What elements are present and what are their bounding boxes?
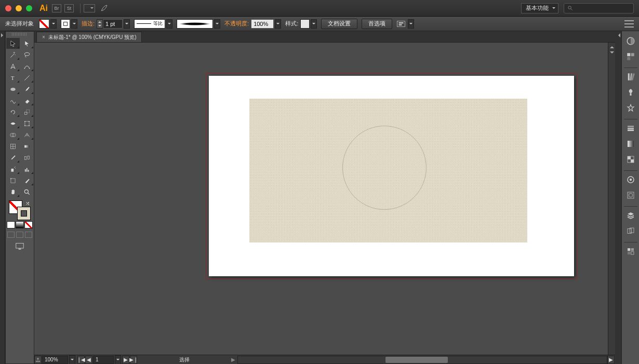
opacity-field[interactable]: 100% bbox=[251, 19, 274, 29]
bridge-chip[interactable]: Br bbox=[52, 4, 61, 12]
artboards-panel-icon[interactable] bbox=[624, 224, 637, 238]
direct-selection-tool[interactable] bbox=[20, 38, 34, 49]
status-disclosure-icon[interactable]: ▶ bbox=[231, 357, 235, 362]
libraries-panel-icon[interactable] bbox=[624, 245, 637, 258]
draw-normal[interactable] bbox=[7, 232, 15, 238]
document-tab[interactable]: × 未标题-1* @ 100% (CMYK/GPU 预览) bbox=[36, 32, 142, 42]
preferences-button[interactable]: 首选项 bbox=[362, 19, 392, 29]
line-tool[interactable] bbox=[20, 72, 34, 83]
ellipse-tool[interactable] bbox=[6, 84, 20, 95]
window-close-button[interactable] bbox=[5, 5, 11, 11]
screen-mode-button[interactable] bbox=[15, 242, 25, 250]
zoom-tool[interactable] bbox=[20, 186, 34, 197]
window-minimize-button[interactable] bbox=[16, 5, 22, 11]
canvas[interactable] bbox=[34, 43, 615, 355]
brush-definition-dropdown[interactable] bbox=[214, 19, 220, 29]
stroke-weight-field[interactable]: 1 pt bbox=[103, 19, 123, 29]
scrollbar-thumb[interactable] bbox=[385, 357, 448, 363]
free-transform-tool[interactable] bbox=[20, 118, 34, 129]
brush-definition[interactable] bbox=[177, 19, 213, 29]
draw-behind[interactable] bbox=[16, 232, 23, 238]
controlbar-menu-icon[interactable] bbox=[624, 20, 634, 28]
fill-color-swatch[interactable] bbox=[39, 19, 49, 29]
export-icon[interactable] bbox=[34, 356, 42, 364]
variable-width-dropdown[interactable] bbox=[166, 19, 172, 29]
color-guide-panel-icon[interactable] bbox=[624, 50, 637, 63]
stroke-color-swatch[interactable] bbox=[61, 19, 70, 29]
color-mode-gradient[interactable] bbox=[16, 221, 24, 228]
artboard-tool[interactable] bbox=[6, 175, 20, 186]
swap-fill-stroke-icon[interactable]: ⤭ bbox=[25, 200, 30, 206]
stroke-label[interactable]: 描边: bbox=[82, 20, 95, 28]
symbols-panel-icon[interactable] bbox=[624, 101, 637, 115]
stock-chip[interactable]: St bbox=[64, 4, 74, 12]
graphic-style-swatch[interactable] bbox=[300, 19, 310, 29]
zoom-field[interactable]: 100% bbox=[42, 356, 68, 364]
rotate-tool[interactable] bbox=[6, 106, 20, 117]
scroll-up-icon[interactable] bbox=[608, 43, 615, 50]
pen-tool[interactable] bbox=[6, 61, 20, 72]
column-graph-tool[interactable] bbox=[20, 164, 34, 174]
stroke-swatch[interactable] bbox=[17, 207, 31, 220]
gradient-tool[interactable] bbox=[20, 141, 34, 152]
stroke-color-dropdown[interactable] bbox=[71, 19, 77, 29]
transparency-panel-icon[interactable] bbox=[624, 153, 637, 166]
symbol-sprayer-tool[interactable] bbox=[6, 164, 20, 174]
opacity-label[interactable]: 不透明度: bbox=[224, 20, 249, 28]
gpu-feather-icon[interactable] bbox=[100, 4, 108, 12]
paintbrush-tool[interactable] bbox=[20, 84, 34, 95]
expand-icon[interactable] bbox=[1, 33, 5, 37]
perspective-grid-tool[interactable] bbox=[20, 129, 34, 140]
search-input[interactable] bbox=[564, 3, 634, 14]
scroll-right-icon[interactable]: ▶ bbox=[607, 356, 615, 364]
shape-builder-tool[interactable] bbox=[6, 129, 20, 140]
align-to-dropdown[interactable] bbox=[396, 19, 407, 29]
eraser-tool[interactable] bbox=[20, 95, 34, 106]
graphic-style-dropdown[interactable] bbox=[311, 19, 317, 29]
zoom-dropdown[interactable] bbox=[69, 355, 75, 365]
horizontal-scrollbar[interactable] bbox=[237, 356, 607, 364]
layers-panel-icon[interactable] bbox=[624, 209, 637, 222]
artboard-prev-icon[interactable]: ◀ bbox=[85, 356, 92, 364]
artboard-next-icon[interactable]: ▶ bbox=[122, 356, 129, 364]
tab-close-icon[interactable]: × bbox=[42, 34, 45, 40]
width-tool[interactable] bbox=[6, 118, 20, 129]
color-panel-icon[interactable] bbox=[624, 34, 637, 48]
fill-stroke-control[interactable]: ⤭ bbox=[9, 200, 31, 220]
workspace-switcher[interactable]: 基本功能 bbox=[521, 3, 558, 14]
align-to-dropdown-arrow[interactable] bbox=[408, 19, 414, 29]
artboard-number-field[interactable]: 1 bbox=[93, 356, 114, 364]
artboard-last-icon[interactable]: ▶❘ bbox=[130, 356, 137, 364]
graphic-styles-panel-icon[interactable] bbox=[624, 188, 637, 202]
ellipse-path[interactable] bbox=[342, 126, 427, 210]
window-zoom-button[interactable] bbox=[26, 5, 32, 11]
hand-tool[interactable] bbox=[6, 186, 20, 197]
selection-tool[interactable] bbox=[6, 38, 20, 49]
eyedropper-tool[interactable] bbox=[6, 152, 20, 163]
color-mode-none[interactable] bbox=[24, 221, 33, 228]
swatches-panel-icon[interactable] bbox=[624, 70, 637, 84]
arrange-documents-dropdown[interactable] bbox=[84, 4, 95, 12]
scale-tool[interactable] bbox=[20, 106, 34, 117]
vertical-scrollbar[interactable] bbox=[608, 43, 615, 355]
slice-tool[interactable] bbox=[20, 175, 34, 186]
variable-width-profile[interactable]: 等比 bbox=[134, 19, 165, 29]
magic-wand-tool[interactable] bbox=[6, 49, 20, 60]
color-mode-solid[interactable] bbox=[7, 221, 15, 228]
curvature-tool[interactable] bbox=[20, 61, 34, 72]
shaper-tool[interactable] bbox=[6, 95, 20, 106]
type-tool[interactable]: T bbox=[6, 72, 20, 83]
appearance-panel-icon[interactable] bbox=[624, 173, 637, 186]
brushes-panel-icon[interactable] bbox=[624, 86, 637, 99]
artboard-dropdown[interactable] bbox=[115, 355, 121, 365]
artboard-first-icon[interactable]: ❘◀ bbox=[77, 356, 85, 364]
mesh-tool[interactable] bbox=[6, 141, 20, 152]
toolbox-grip[interactable] bbox=[12, 33, 28, 36]
stroke-weight-dropdown[interactable] bbox=[124, 19, 130, 29]
document-setup-button[interactable]: 文档设置 bbox=[321, 19, 357, 29]
opacity-dropdown[interactable] bbox=[275, 19, 281, 29]
gradient-panel-icon[interactable] bbox=[624, 137, 637, 151]
stroke-weight-stepper[interactable] bbox=[97, 19, 103, 29]
fill-color-dropdown[interactable] bbox=[50, 19, 57, 29]
draw-inside[interactable] bbox=[25, 232, 32, 238]
